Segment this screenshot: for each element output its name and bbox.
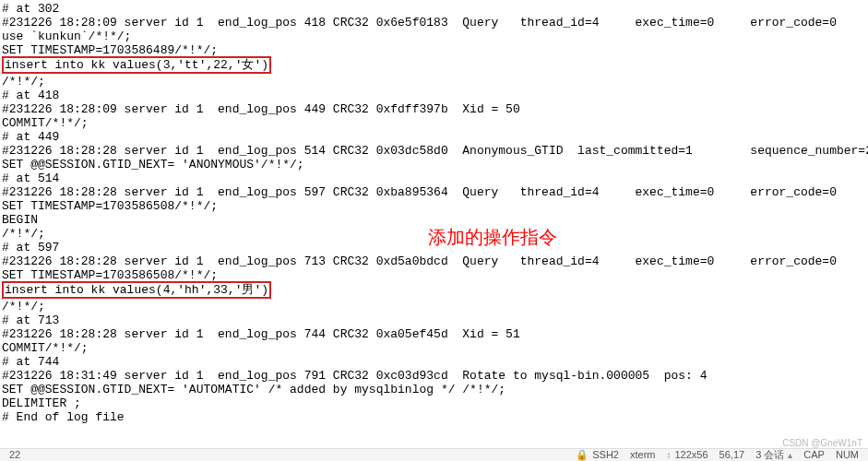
chevron-up-icon: ▴ (788, 448, 792, 461)
status-size: ↕ 122x56 (667, 448, 708, 461)
highlighted-statement: insert into kk values(3,'tt',22,'女') (2, 56, 271, 74)
highlighted-statement: insert into kk values(4,'hh',33,'男') (2, 281, 271, 299)
log-line: /*!*/; (2, 75, 866, 89)
log-line: SET TIMESTAMP=1703586489/*!*/; (2, 43, 866, 57)
status-left: 22 (9, 448, 20, 461)
log-line: # at 713 (2, 313, 866, 327)
status-pos: 56,17 (719, 448, 745, 461)
annotation-label: 添加的操作指令 (428, 230, 557, 244)
log-line: # at 514 (2, 171, 866, 185)
log-line: DELIMITER ; (2, 396, 866, 410)
log-line: # End of log file (2, 410, 866, 424)
log-line: COMMIT/*!*/; (2, 116, 866, 130)
log-line: #231226 18:28:28 server id 1 end_log_pos… (2, 327, 866, 341)
status-bar: 22 🔒 SSH2 xterm ↕ 122x56 56,17 3 会话 ▴ CA… (0, 448, 868, 461)
log-line: insert into kk values(4,'hh',33,'男') (2, 282, 866, 300)
status-num: NUM (836, 448, 859, 461)
log-line: SET TIMESTAMP=1703586508/*!*/; (2, 199, 866, 213)
status-ssh: 🔒 SSH2 (576, 448, 619, 461)
log-line: #231226 18:31:49 server id 1 end_log_pos… (2, 369, 866, 383)
status-sessions: 3 会话 ▴ (755, 448, 792, 461)
log-line: #231226 18:28:09 server id 1 end_log_pos… (2, 16, 866, 30)
lock-icon: 🔒 (576, 448, 589, 461)
status-cap: CAP (803, 448, 825, 461)
log-line: insert into kk values(3,'tt',22,'女') (2, 57, 866, 75)
log-line: # at 449 (2, 130, 866, 144)
log-line: SET TIMESTAMP=1703586508/*!*/; (2, 268, 866, 282)
log-line: # at 744 (2, 355, 866, 369)
log-line: BEGIN (2, 213, 866, 227)
log-line: #231226 18:28:28 server id 1 end_log_pos… (2, 254, 866, 268)
log-line: /*!*/; (2, 300, 866, 313)
log-line: use `kunkun`/*!*/; (2, 30, 866, 43)
log-line: #231226 18:28:09 server id 1 end_log_pos… (2, 102, 866, 116)
log-line: #231226 18:28:28 server id 1 end_log_pos… (2, 144, 866, 158)
status-term: xterm (630, 448, 656, 461)
resize-icon: ↕ (667, 448, 672, 461)
log-line: SET @@SESSION.GTID_NEXT= 'AUTOMATIC' /* … (2, 383, 866, 396)
log-line: #231226 18:28:28 server id 1 end_log_pos… (2, 185, 866, 199)
terminal-output[interactable]: # at 302#231226 18:28:09 server id 1 end… (0, 0, 868, 426)
log-line: # at 302 (2, 2, 866, 16)
log-line: COMMIT/*!*/; (2, 341, 866, 355)
log-line: SET @@SESSION.GTID_NEXT= 'ANONYMOUS'/*!*… (2, 158, 866, 171)
log-line: # at 418 (2, 89, 866, 102)
